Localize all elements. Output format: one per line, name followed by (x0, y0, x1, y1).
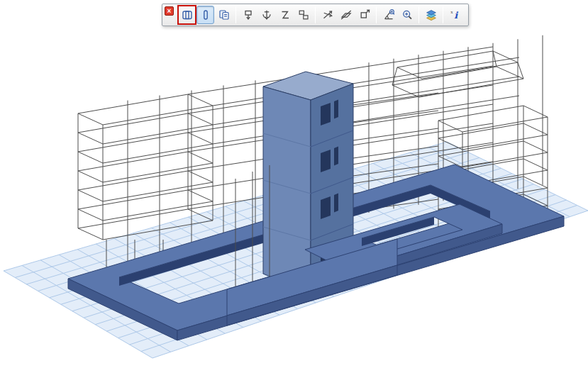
zoom-in-button[interactable] (398, 6, 416, 24)
column-tool-button[interactable] (196, 6, 214, 24)
layers-icon (425, 9, 438, 21)
copy-settings-icon (218, 9, 231, 21)
pick-up-settings-button[interactable] (215, 6, 233, 24)
toolbar-separator (235, 6, 236, 23)
gravitate-to-mesh-button[interactable] (294, 6, 312, 24)
cross-arrows-icon (321, 9, 334, 21)
toolbar-separator (418, 6, 419, 23)
gravitate-to-beam-button[interactable] (276, 6, 294, 24)
toolbar-separator (443, 6, 443, 23)
info-icon: x i (449, 9, 462, 21)
svg-text:x: x (450, 9, 453, 14)
magnifier-plus-icon (401, 9, 414, 21)
stacked-boxes-icon (297, 9, 310, 21)
element-info-button[interactable]: x i (446, 6, 464, 24)
slashed-plane-icon (340, 9, 353, 21)
toolbar-separator (376, 6, 377, 23)
gravitate-to-slab-button[interactable] (239, 6, 257, 24)
floating-toolbar: × (162, 4, 469, 26)
door-icon (181, 9, 194, 21)
skew-move-button[interactable] (318, 6, 336, 24)
toolbar-separator (315, 6, 316, 23)
angle-measure-zoom-button[interactable] (379, 6, 397, 24)
svg-text:i: i (454, 10, 458, 21)
protractor-magnifier-icon (382, 9, 395, 21)
beam-profile-icon (279, 9, 292, 21)
door-tool-button[interactable] (178, 6, 196, 24)
anchor-pin-icon (260, 9, 273, 21)
box-arrow-icon (358, 9, 371, 21)
box-pin-icon (242, 9, 255, 21)
tilted-plane-button[interactable] (337, 6, 355, 24)
model-viewport[interactable] (0, 0, 588, 368)
app-window: × (0, 0, 588, 368)
column-icon (199, 9, 212, 21)
close-button[interactable]: × (165, 6, 174, 16)
layer-settings-button[interactable] (422, 6, 440, 24)
offset-elevation-button[interactable] (355, 6, 373, 24)
gravitate-anchor-button[interactable] (257, 6, 275, 24)
